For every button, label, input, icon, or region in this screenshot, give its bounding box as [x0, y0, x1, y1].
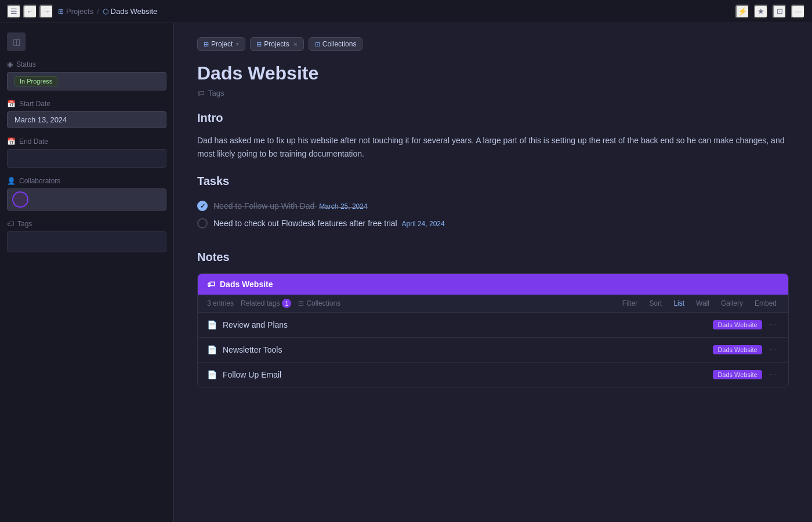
breadcrumb-current-label: Dads Website — [111, 7, 158, 16]
filter-button[interactable]: Filter — [620, 298, 640, 309]
pill-collections[interactable]: ⊡ Collections — [309, 37, 363, 51]
breadcrumb: ⊞ Projects / ⬡ Dads Website — [58, 7, 157, 16]
row-doc-icon: 📄 — [207, 370, 217, 379]
pill-project-icon: ⊞ — [204, 41, 209, 48]
end-date-field[interactable] — [7, 149, 166, 168]
sidebar-end-date-section: 📅 End Date — [7, 137, 166, 168]
task-1-text: Need to Follow up With Dad March 25, 202… — [213, 201, 368, 211]
sidebar-status-section: ◉ Status In Progress — [7, 60, 166, 90]
bolt-icon-button[interactable]: ⚡ — [735, 5, 749, 19]
forward-button[interactable]: → — [39, 5, 53, 19]
tags-field[interactable] — [7, 231, 166, 252]
pill-projects-icon: ⊞ — [256, 41, 262, 48]
status-icon: ◉ — [7, 60, 13, 68]
end-date-label: 📅 End Date — [7, 137, 166, 146]
pill-projects-label: Projects — [264, 40, 289, 48]
wall-view-button[interactable]: Wall — [694, 298, 712, 309]
toolbar-related-tags[interactable]: Related tags 1 — [241, 299, 291, 308]
current-page-icon: ⬡ — [103, 8, 108, 16]
tags-icon: 🏷 — [7, 220, 14, 228]
task-2-text: Need to check out Flowdesk features afte… — [213, 219, 445, 228]
page-tags-row[interactable]: 🏷 Tags — [197, 89, 789, 97]
notes-heading: Notes — [197, 251, 789, 264]
sidebar-toggle-button[interactable]: ☰ — [7, 5, 21, 19]
table-row[interactable]: 📄 Newsletter Tools Dads Website ··· — [198, 338, 788, 362]
toolbar-collections-label: Collections — [306, 299, 340, 307]
row-tag-2: Dads Website — [713, 345, 762, 354]
collaborators-label: 👤 Collaborators — [7, 177, 166, 185]
row-more-3[interactable]: ··· — [767, 368, 779, 381]
tags-label: 🏷 Tags — [7, 220, 166, 228]
more-options-button[interactable]: ··· — [791, 5, 805, 19]
notes-embed-header[interactable]: 🏷 Dads Website — [198, 274, 788, 295]
toolbar-related-tags-label: Related tags — [241, 299, 280, 307]
notes-embed-title: Dads Website — [220, 280, 273, 289]
row-tag-3: Dads Website — [713, 370, 762, 379]
pill-collections-label: Collections — [322, 40, 357, 48]
main-layout: ◫ ◉ Status In Progress 📅 Start Date Marc… — [0, 23, 812, 522]
row-tag-1: Dads Website — [713, 320, 762, 329]
toolbar-entries-count: 3 entries — [207, 299, 234, 307]
page-tags-icon: 🏷 — [197, 89, 205, 97]
notes-embed-toolbar: 3 entries Related tags 1 ⊡ Collections F… — [198, 295, 788, 313]
pills-row: ⊞ Project ▾ ⊞ Projects ✕ ⊡ Collections — [197, 37, 789, 51]
page-title: Dads Website — [197, 63, 789, 84]
pill-project[interactable]: ⊞ Project ▾ — [197, 37, 245, 51]
task-checkbox-1[interactable] — [197, 201, 208, 211]
row-doc-icon: 📄 — [207, 345, 217, 354]
toolbar-left: 3 entries Related tags 1 ⊡ Collections — [207, 299, 615, 308]
nav-icons: ☰ ← → — [7, 5, 53, 19]
breadcrumb-projects[interactable]: ⊞ Projects — [58, 7, 93, 16]
row-title-3: Follow Up Email — [223, 370, 713, 379]
topbar-right-actions: ⚡ ★ ⊡ ··· — [735, 5, 805, 19]
toolbar-collections[interactable]: ⊡ Collections — [298, 299, 340, 307]
layout-icon-button[interactable]: ⊡ — [773, 5, 786, 19]
page-tags-label: Tags — [208, 89, 224, 97]
pill-projects-close[interactable]: ✕ — [293, 41, 298, 48]
pill-projects[interactable]: ⊞ Projects ✕ — [250, 37, 303, 51]
notes-embed: 🏷 Dads Website 3 entries Related tags 1 … — [197, 273, 789, 387]
notes-embed-header-icon: 🏷 — [207, 280, 215, 289]
row-doc-icon: 📄 — [207, 320, 217, 329]
chevron-down-icon: ▾ — [236, 41, 239, 47]
sort-button[interactable]: Sort — [647, 298, 664, 309]
intro-heading: Intro — [197, 111, 789, 125]
row-title-2: Newsletter Tools — [223, 345, 713, 354]
gallery-view-button[interactable]: Gallery — [719, 298, 745, 309]
task-checkbox-2[interactable] — [197, 218, 208, 229]
sidebar-tags-section: 🏷 Tags — [7, 220, 166, 252]
projects-icon: ⊞ — [58, 8, 64, 16]
tasks-heading: Tasks — [197, 175, 789, 188]
notes-section: Notes 🏷 Dads Website 3 entries Related t… — [197, 251, 789, 387]
row-more-2[interactable]: ··· — [767, 343, 779, 356]
task-1-date: March 25, 2024 — [319, 202, 367, 211]
breadcrumb-projects-label: Projects — [66, 7, 93, 16]
toolbar-collections-icon: ⊡ — [298, 299, 304, 307]
table-row[interactable]: 📄 Follow Up Email Dads Website ··· — [198, 362, 788, 387]
avatar — [12, 191, 28, 208]
intro-body: Dad has asked me to fix up his website a… — [197, 134, 789, 161]
sidebar: ◫ ◉ Status In Progress 📅 Start Date Marc… — [0, 23, 174, 522]
start-date-field[interactable]: March 13, 2024 — [7, 111, 166, 128]
status-label: ◉ Status — [7, 60, 166, 68]
pill-project-label: Project — [211, 40, 233, 48]
end-date-icon: 📅 — [7, 137, 16, 146]
list-view-button[interactable]: List — [671, 298, 687, 309]
status-field[interactable]: In Progress — [7, 72, 166, 90]
start-date-label: 📅 Start Date — [7, 100, 166, 108]
sidebar-collapse-button[interactable]: ◫ — [7, 32, 26, 51]
breadcrumb-separator: / — [97, 7, 99, 16]
row-title-1: Review and Plans — [223, 320, 713, 329]
collaborators-field[interactable] — [7, 188, 166, 211]
star-icon-button[interactable]: ★ — [754, 5, 768, 19]
sidebar-collaborators-section: 👤 Collaborators — [7, 177, 166, 211]
topbar: ☰ ← → ⊞ Projects / ⬡ Dads Website ⚡ ★ ⊡ … — [0, 0, 812, 23]
breadcrumb-current[interactable]: ⬡ Dads Website — [103, 7, 158, 16]
table-row[interactable]: 📄 Review and Plans Dads Website ··· — [198, 313, 788, 338]
task-item: Need to Follow up With Dad March 25, 202… — [197, 197, 789, 215]
back-button[interactable]: ← — [23, 5, 37, 19]
embed-view-button[interactable]: Embed — [752, 298, 779, 309]
sidebar-start-date-section: 📅 Start Date March 13, 2024 — [7, 100, 166, 128]
pill-collections-icon: ⊡ — [315, 41, 320, 48]
row-more-1[interactable]: ··· — [767, 318, 779, 331]
